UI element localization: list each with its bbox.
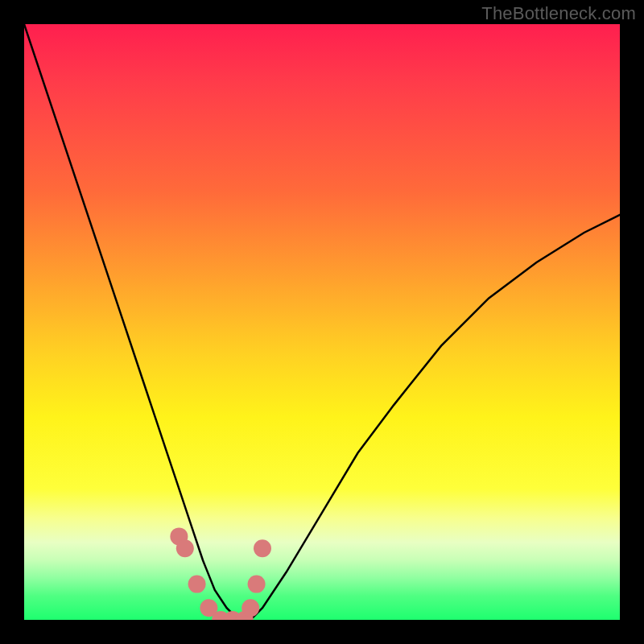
- highlight-point: [188, 576, 206, 593]
- highlight-point: [242, 599, 259, 617]
- watermark-text: TheBottleneck.com: [481, 3, 636, 24]
- bottleneck-curve: [24, 24, 620, 620]
- chart-frame: TheBottleneck.com: [0, 0, 644, 644]
- curve-layer: [24, 24, 620, 620]
- highlight-markers: [170, 527, 271, 620]
- highlight-point: [248, 576, 266, 593]
- highlight-point: [254, 539, 271, 557]
- highlight-point: [176, 539, 194, 557]
- plot-area: [24, 24, 620, 620]
